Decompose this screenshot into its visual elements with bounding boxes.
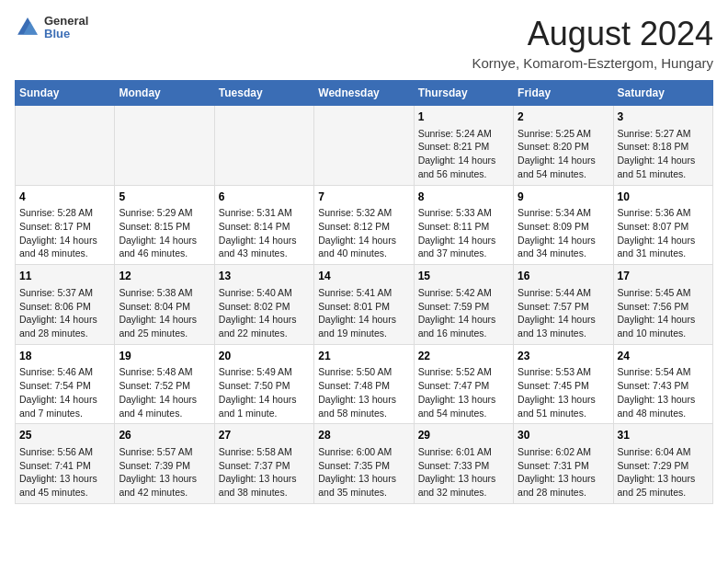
day-number: 1 [418, 109, 509, 125]
calendar-header: SundayMondayTuesdayWednesdayThursdayFrid… [16, 81, 713, 106]
cell-content: Sunrise: 5:42 AM Sunset: 7:59 PM Dayligh… [418, 286, 509, 340]
day-number: 17 [618, 269, 709, 284]
day-number: 3 [618, 109, 709, 125]
cell-content: Sunrise: 5:25 AM Sunset: 8:20 PM Dayligh… [518, 127, 609, 181]
day-number: 27 [219, 428, 310, 443]
page-header: General Blue August 2024 Kornye, Komarom… [15, 15, 713, 71]
calendar-cell: 20Sunrise: 5:49 AM Sunset: 7:50 PM Dayli… [214, 344, 313, 424]
logo-line2: Blue [44, 28, 88, 40]
calendar-cell: 16Sunrise: 5:44 AM Sunset: 7:57 PM Dayli… [514, 265, 613, 345]
day-number: 15 [418, 269, 509, 284]
cell-content: Sunrise: 5:34 AM Sunset: 8:09 PM Dayligh… [518, 206, 609, 260]
week-row-4: 18Sunrise: 5:46 AM Sunset: 7:54 PM Dayli… [16, 344, 713, 424]
calendar-cell: 1Sunrise: 5:24 AM Sunset: 8:21 PM Daylig… [414, 106, 513, 186]
calendar-cell: 22Sunrise: 5:52 AM Sunset: 7:47 PM Dayli… [414, 344, 513, 424]
main-title: August 2024 [472, 15, 713, 53]
title-block: August 2024 Kornye, Komarom-Esztergom, H… [472, 15, 713, 71]
header-row: SundayMondayTuesdayWednesdayThursdayFrid… [16, 81, 713, 106]
cell-content: Sunrise: 5:57 AM Sunset: 7:39 PM Dayligh… [119, 445, 210, 500]
cell-content: Sunrise: 5:29 AM Sunset: 8:15 PM Dayligh… [119, 206, 210, 260]
cell-content: Sunrise: 5:27 AM Sunset: 8:18 PM Dayligh… [618, 127, 709, 181]
calendar-cell: 23Sunrise: 5:53 AM Sunset: 7:45 PM Dayli… [514, 344, 613, 424]
day-number: 20 [219, 349, 310, 364]
day-number: 30 [518, 428, 609, 443]
cell-content: Sunrise: 5:49 AM Sunset: 7:50 PM Dayligh… [219, 365, 310, 419]
day-number: 26 [119, 428, 210, 443]
day-number: 18 [19, 349, 110, 364]
cell-content: Sunrise: 6:04 AM Sunset: 7:29 PM Dayligh… [618, 445, 709, 500]
day-number: 6 [219, 190, 310, 205]
calendar-cell: 8Sunrise: 5:33 AM Sunset: 8:11 PM Daylig… [414, 185, 513, 265]
day-number: 7 [318, 190, 409, 205]
day-number: 12 [119, 269, 210, 284]
cell-content: Sunrise: 5:37 AM Sunset: 8:06 PM Dayligh… [19, 286, 110, 340]
week-row-5: 25Sunrise: 5:56 AM Sunset: 7:41 PM Dayli… [16, 424, 713, 504]
week-row-1: 1Sunrise: 5:24 AM Sunset: 8:21 PM Daylig… [16, 106, 713, 186]
day-number: 8 [418, 190, 509, 205]
header-cell-sunday: Sunday [16, 81, 115, 106]
calendar-cell: 4Sunrise: 5:28 AM Sunset: 8:17 PM Daylig… [16, 185, 115, 265]
day-number: 24 [618, 349, 709, 364]
calendar-cell: 15Sunrise: 5:42 AM Sunset: 7:59 PM Dayli… [414, 265, 513, 345]
calendar-cell: 6Sunrise: 5:31 AM Sunset: 8:14 PM Daylig… [214, 185, 313, 265]
header-cell-friday: Friday [514, 81, 613, 106]
day-number: 22 [418, 349, 509, 364]
header-cell-tuesday: Tuesday [214, 81, 313, 106]
day-number: 10 [618, 190, 709, 205]
week-row-2: 4Sunrise: 5:28 AM Sunset: 8:17 PM Daylig… [16, 185, 713, 265]
calendar-table: SundayMondayTuesdayWednesdayThursdayFrid… [15, 80, 713, 504]
cell-content: Sunrise: 5:31 AM Sunset: 8:14 PM Dayligh… [219, 206, 310, 260]
day-number: 23 [518, 349, 609, 364]
day-number: 2 [518, 109, 609, 125]
day-number: 16 [518, 269, 609, 284]
cell-content: Sunrise: 6:02 AM Sunset: 7:31 PM Dayligh… [518, 445, 609, 500]
day-number: 19 [119, 349, 210, 364]
cell-content: Sunrise: 5:52 AM Sunset: 7:47 PM Dayligh… [418, 365, 509, 419]
day-number: 21 [318, 349, 409, 364]
calendar-cell [314, 106, 414, 186]
calendar-cell: 14Sunrise: 5:41 AM Sunset: 8:01 PM Dayli… [314, 265, 414, 345]
cell-content: Sunrise: 5:36 AM Sunset: 8:07 PM Dayligh… [618, 206, 709, 260]
header-cell-thursday: Thursday [414, 81, 513, 106]
calendar-cell [16, 106, 115, 186]
week-row-3: 11Sunrise: 5:37 AM Sunset: 8:06 PM Dayli… [16, 265, 713, 345]
calendar-cell: 9Sunrise: 5:34 AM Sunset: 8:09 PM Daylig… [514, 185, 613, 265]
logo: General Blue [15, 15, 88, 41]
cell-content: Sunrise: 5:41 AM Sunset: 8:01 PM Dayligh… [318, 286, 409, 340]
day-number: 11 [19, 269, 110, 284]
calendar-cell [214, 106, 313, 186]
calendar-cell: 18Sunrise: 5:46 AM Sunset: 7:54 PM Dayli… [16, 344, 115, 424]
header-cell-wednesday: Wednesday [314, 81, 414, 106]
cell-content: Sunrise: 5:24 AM Sunset: 8:21 PM Dayligh… [418, 127, 509, 181]
calendar-cell: 10Sunrise: 5:36 AM Sunset: 8:07 PM Dayli… [613, 185, 712, 265]
calendar-body: 1Sunrise: 5:24 AM Sunset: 8:21 PM Daylig… [16, 106, 713, 504]
cell-content: Sunrise: 5:45 AM Sunset: 7:56 PM Dayligh… [618, 286, 709, 340]
day-number: 28 [318, 428, 409, 443]
subtitle: Kornye, Komarom-Esztergom, Hungary [472, 55, 713, 71]
cell-content: Sunrise: 6:00 AM Sunset: 7:35 PM Dayligh… [318, 445, 409, 500]
logo-text: General Blue [44, 15, 88, 41]
calendar-cell: 24Sunrise: 5:54 AM Sunset: 7:43 PM Dayli… [613, 344, 712, 424]
cell-content: Sunrise: 5:58 AM Sunset: 7:37 PM Dayligh… [219, 445, 310, 500]
day-number: 25 [19, 428, 110, 443]
cell-content: Sunrise: 5:54 AM Sunset: 7:43 PM Dayligh… [618, 365, 709, 419]
cell-content: Sunrise: 5:38 AM Sunset: 8:04 PM Dayligh… [119, 286, 210, 340]
day-number: 14 [318, 269, 409, 284]
cell-content: Sunrise: 5:46 AM Sunset: 7:54 PM Dayligh… [19, 365, 110, 419]
calendar-cell: 21Sunrise: 5:50 AM Sunset: 7:48 PM Dayli… [314, 344, 414, 424]
header-cell-monday: Monday [115, 81, 214, 106]
calendar-cell: 25Sunrise: 5:56 AM Sunset: 7:41 PM Dayli… [16, 424, 115, 504]
calendar-cell: 3Sunrise: 5:27 AM Sunset: 8:18 PM Daylig… [613, 106, 712, 186]
calendar-cell: 28Sunrise: 6:00 AM Sunset: 7:35 PM Dayli… [314, 424, 414, 504]
cell-content: Sunrise: 5:44 AM Sunset: 7:57 PM Dayligh… [518, 286, 609, 340]
calendar-cell: 11Sunrise: 5:37 AM Sunset: 8:06 PM Dayli… [16, 265, 115, 345]
cell-content: Sunrise: 5:48 AM Sunset: 7:52 PM Dayligh… [119, 365, 210, 419]
day-number: 31 [618, 428, 709, 443]
calendar-cell: 26Sunrise: 5:57 AM Sunset: 7:39 PM Dayli… [115, 424, 214, 504]
calendar-cell: 7Sunrise: 5:32 AM Sunset: 8:12 PM Daylig… [314, 185, 414, 265]
calendar-cell: 13Sunrise: 5:40 AM Sunset: 8:02 PM Dayli… [214, 265, 313, 345]
calendar-cell: 30Sunrise: 6:02 AM Sunset: 7:31 PM Dayli… [514, 424, 613, 504]
day-number: 29 [418, 428, 509, 443]
logo-icon [15, 15, 40, 40]
calendar-cell: 2Sunrise: 5:25 AM Sunset: 8:20 PM Daylig… [514, 106, 613, 186]
